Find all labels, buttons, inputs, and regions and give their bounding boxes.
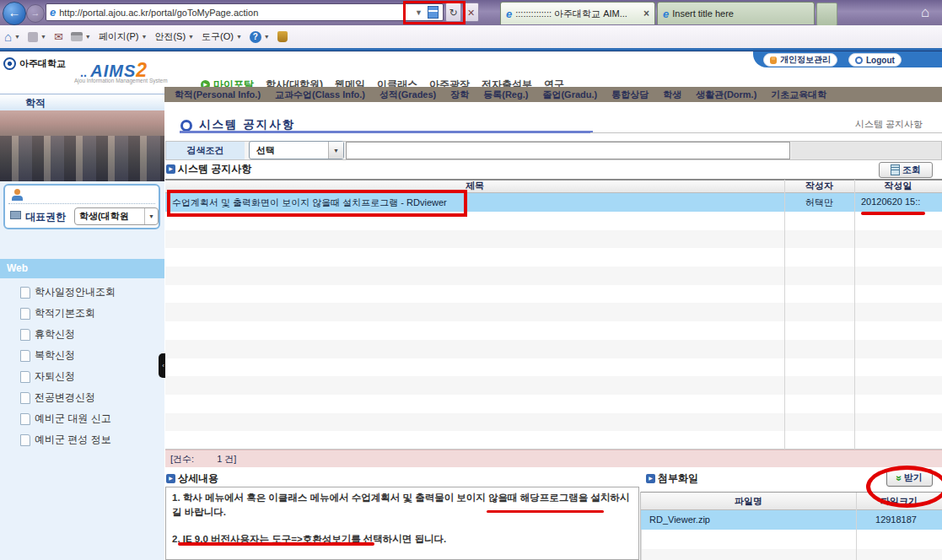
document-icon — [20, 350, 30, 362]
nav-item-personal-info[interactable]: 학적(Personal Info.) — [175, 89, 261, 101]
search-condition-select[interactable]: 선택 ▼ — [249, 141, 344, 159]
safety-menu-label: 안전(S) — [154, 30, 186, 43]
university-name: 아주대학교 — [19, 57, 66, 70]
sidebar-web-header[interactable]: Web — [0, 259, 164, 278]
nav-item-grades[interactable]: 성적(Grades) — [379, 89, 436, 101]
home-icon[interactable]: ⌂ — [921, 4, 929, 21]
tools-menu-button[interactable]: 도구(O) ▼ — [202, 30, 242, 43]
role-select[interactable]: 학생(대학원 ▼ — [74, 207, 159, 225]
university-logo[interactable]: 아주대학교 — [3, 57, 66, 70]
sidebar-item-reserve-report[interactable]: 예비군 대원 신고 — [0, 408, 164, 429]
url-text[interactable]: http://portal.ajou.ac.kr/portal/goToMyPa… — [59, 8, 412, 18]
browser-command-bar: ⌂ ▼ ▼ ✉ ▼ 페이지(P) ▼ 안전(S) ▼ 도구(O) ▼ ? ▼ — [0, 25, 942, 48]
read-mail-button[interactable]: ✉ — [54, 30, 63, 43]
page-menu-button[interactable]: 페이지(P) ▼ — [99, 30, 148, 43]
attachment-table-border — [640, 492, 641, 560]
nav-item-registration[interactable]: 등록(Reg.) — [483, 89, 528, 101]
print-menu-button[interactable]: ▼ — [71, 32, 91, 41]
privacy-management-button[interactable]: 개인정보관리 — [763, 53, 837, 67]
browser-tab-active[interactable]: e :::::::::::::: 아주대학교 AIM... × — [500, 2, 655, 24]
nav-item-dorm[interactable]: 생활관(Dorm.) — [696, 89, 756, 101]
section-marker-icon: ▶ — [166, 474, 175, 483]
nav-item-graduation[interactable]: 졸업(Gradu.) — [542, 89, 597, 101]
addon-badge-button[interactable] — [277, 31, 288, 42]
notice-row-date: 20120620 15:: — [861, 197, 940, 207]
stop-button[interactable]: ✕ — [463, 3, 479, 22]
logout-button[interactable]: Logout — [848, 53, 902, 67]
download-button[interactable]: » 받기 — [886, 469, 933, 487]
chevron-down-icon[interactable]: ▼ — [328, 142, 343, 159]
count-label: [건수: — [170, 454, 194, 464]
back-button[interactable]: ← — [3, 2, 26, 25]
sidebar-item-record-basic[interactable]: 학적기본조회 — [0, 303, 164, 324]
attachment-filesize: 12918187 — [856, 514, 936, 525]
monitor-icon — [10, 211, 21, 219]
sidebar-item-label: 전공변경신청 — [35, 390, 95, 405]
document-icon — [20, 287, 30, 299]
sidebar-item-academic-schedule[interactable]: 학사일정안내조회 — [0, 282, 164, 303]
notice-section-header: ▶ 시스템 공지사항 — [166, 162, 251, 176]
new-tab-button[interactable] — [816, 3, 837, 26]
tab-close-icon[interactable]: × — [643, 8, 649, 19]
safety-menu-button[interactable]: 안전(S) ▼ — [154, 30, 194, 43]
aims-logo-subtitle: Ajou Information Management System — [74, 78, 168, 83]
breadcrumb: 시스템 공지사항 — [855, 118, 923, 131]
person-icon — [12, 189, 23, 201]
sidebar-item-label: 자퇴신청 — [35, 369, 75, 384]
title-thin-rule — [590, 132, 942, 133]
detail-paragraph-1: 1. 학사 메뉴에서 혹은 이클래스 메뉴에서 수업계획서 및 출력물이 보이지… — [172, 491, 632, 520]
nav-item-class-info[interactable]: 교과수업(Class Info.) — [275, 89, 365, 101]
sidebar-item-leave-apply[interactable]: 휴학신청 — [0, 324, 164, 345]
browser-tab-inactive[interactable]: e Insert title here — [657, 2, 815, 24]
sidebar-item-reserve-info[interactable]: 예비군 편성 정보 — [0, 429, 164, 450]
nav-item-student[interactable]: 학생 — [663, 89, 681, 101]
person-icon — [770, 57, 777, 64]
sidebar-item-major-change[interactable]: 전공변경신청 — [0, 387, 164, 408]
count-value: 1 건] — [217, 454, 236, 464]
column-header-filename: 파일명 — [641, 495, 856, 508]
chevron-down-icon: ▼ — [236, 34, 242, 40]
page-menu-label: 페이지(P) — [99, 30, 139, 43]
sidebar-item-return-apply[interactable]: 복학신청 — [0, 345, 164, 366]
sidebar-item-label: 예비군 대원 신고 — [35, 412, 111, 426]
home-menu-button[interactable]: ⌂ ▼ — [4, 30, 20, 44]
search-go-button[interactable]: 조회 — [879, 162, 933, 178]
nav-item-counseling[interactable]: 통합상담 — [611, 89, 649, 101]
document-icon — [20, 308, 30, 320]
download-button-label: 받기 — [904, 471, 923, 484]
title-underline — [180, 131, 593, 133]
printer-icon — [71, 32, 83, 41]
sidebar-item-label: 복학신청 — [35, 348, 75, 363]
ie-page-icon: e — [50, 6, 56, 19]
search-input[interactable] — [346, 142, 790, 159]
document-icon — [20, 329, 30, 341]
notice-row-title[interactable]: 수업계획서 및 출력화면이 보이지 않을때 설치프로그램 - RDviewer — [172, 197, 447, 209]
ie-tab-icon: e — [663, 8, 669, 20]
nav-item-scholarship[interactable]: 장학 — [450, 89, 469, 101]
attachment-table-empty-rows — [641, 530, 942, 560]
compatibility-view-icon[interactable] — [428, 6, 439, 19]
attachment-filename[interactable]: RD_Viewer.zip — [649, 514, 710, 525]
detail-section-header: ▶ 상세내용 — [166, 471, 218, 486]
section-marker-icon: ▶ — [166, 164, 175, 174]
document-icon — [20, 371, 30, 383]
badge-icon — [277, 31, 288, 42]
nav-item-basic-education[interactable]: 기초교육대학 — [771, 89, 826, 101]
feeds-icon — [28, 32, 38, 42]
detail-paragraph-2: 2. IE 9.0 버전사용자는 도구=>호환성보기를 선택하시면 됩니다. — [172, 532, 632, 547]
address-bar[interactable]: e http://portal.ajou.ac.kr/portal/goToMy… — [46, 3, 444, 21]
notice-section-title: 시스템 공지사항 — [178, 162, 251, 176]
address-dropdown-icon[interactable]: ▼ — [415, 8, 423, 17]
column-divider — [854, 180, 855, 450]
refresh-button[interactable]: ↻ — [445, 3, 461, 22]
forward-button[interactable]: → — [26, 4, 45, 23]
detail-section-title: 상세내용 — [178, 471, 218, 486]
sidebar-item-withdrawal-apply[interactable]: 자퇴신청 — [0, 366, 164, 387]
role-label: 대표권한 — [25, 210, 66, 224]
feeds-menu-button[interactable]: ▼ — [28, 32, 46, 42]
column-divider — [784, 180, 785, 450]
university-logo-icon — [3, 57, 16, 70]
chevron-down-icon[interactable]: ▼ — [144, 208, 158, 224]
help-menu-button[interactable]: ? ▼ — [250, 31, 270, 43]
home-icon: ⌂ — [4, 30, 12, 44]
